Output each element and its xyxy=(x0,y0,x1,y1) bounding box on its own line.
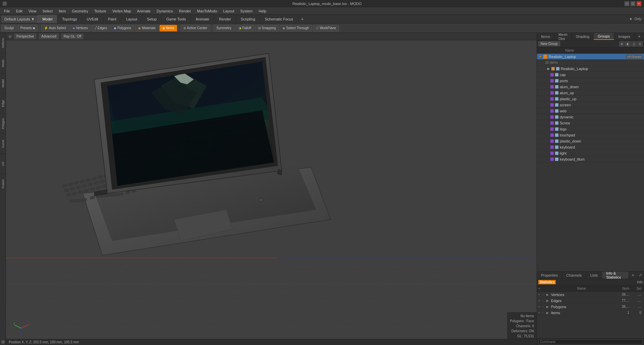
menu-system[interactable]: System xyxy=(238,8,255,14)
tree-item-alum-down[interactable]: alum_down xyxy=(537,84,644,90)
tab-topology[interactable]: Topology xyxy=(57,15,82,23)
tab-schematic[interactable]: Schematic Focus xyxy=(260,15,298,23)
stat-row-vertices[interactable]: + - ▶ Vertices 39.... .... xyxy=(537,292,644,298)
default-layouts-dropdown[interactable]: Default Layouts ▼ xyxy=(1,16,38,22)
tree-item-light[interactable]: light xyxy=(537,150,644,156)
menu-help[interactable]: Help xyxy=(256,8,269,14)
rp-tab-groups[interactable]: Groups xyxy=(594,33,614,40)
action-center-button[interactable]: ⊕ Action Center xyxy=(180,25,210,32)
tree-item-legs[interactable]: legs xyxy=(537,126,644,132)
tree-item-plastic-down[interactable]: plastic_down xyxy=(537,138,644,144)
groups-icon-4[interactable]: ⊟ xyxy=(637,41,643,47)
perspective-btn[interactable]: Perspective xyxy=(14,34,36,39)
tree-item-root[interactable]: ▼ Realistic_Laptop All Groups xyxy=(537,54,644,60)
tree-item-keyboard-illum[interactable]: keyboard_illum xyxy=(537,156,644,162)
vertices-button[interactable]: ● Vertices xyxy=(70,25,91,32)
sidebar-tab-polygon[interactable]: Polygon xyxy=(0,113,6,133)
sidebar-tab-model[interactable]: Model xyxy=(0,73,6,93)
rp-tab-items[interactable]: Items xyxy=(537,33,554,40)
tab-model[interactable]: Model xyxy=(38,15,57,23)
advanced-btn[interactable]: Advanced xyxy=(39,34,58,39)
sidebar-tab-curve[interactable]: Curve xyxy=(0,133,6,154)
tree-item-screw[interactable]: Screw xyxy=(537,120,644,126)
viewport-menu-btn[interactable] xyxy=(9,35,11,38)
tab-game-tools[interactable]: Game Tools xyxy=(162,15,191,23)
groups-tree[interactable]: ▼ Realistic_Laptop All Groups 16 Items ▶… xyxy=(537,54,644,271)
groups-icon-3[interactable]: ◫ xyxy=(631,41,637,47)
sidebar-tab-edge[interactable]: Edge xyxy=(0,93,6,113)
bp-tab-lists[interactable]: Lists xyxy=(586,272,602,279)
sidebar-tab-deform[interactable]: Deform xyxy=(0,33,6,53)
tab-render[interactable]: Render xyxy=(214,15,236,23)
groups-icon-1[interactable]: ⊞ xyxy=(619,41,625,47)
ray-gl-btn[interactable]: Ray GL: Off xyxy=(61,34,84,39)
tree-item-alum-up[interactable]: alum_up xyxy=(537,90,644,96)
select-through-button[interactable]: ◈ Select Through xyxy=(280,25,312,32)
add-tab-button[interactable]: + xyxy=(298,15,306,23)
tree-item-web[interactable]: web xyxy=(537,108,644,114)
menu-file[interactable]: File xyxy=(1,8,13,14)
rp-tab-shading[interactable]: Shading xyxy=(572,33,594,40)
command-input[interactable] xyxy=(538,339,643,344)
polygons-button[interactable]: ◆ Polygons xyxy=(111,25,134,32)
tree-item-screen[interactable]: screen xyxy=(537,102,644,108)
bp-add-tab-btn[interactable]: + xyxy=(629,272,637,279)
tree-item-dynamic[interactable]: dynamic xyxy=(537,114,644,120)
groups-icon-2[interactable]: ◧ xyxy=(625,41,631,47)
close-button[interactable]: ✕ xyxy=(637,1,641,6)
sculpt-button[interactable]: Sculpt xyxy=(1,25,17,32)
window-controls[interactable]: ─ □ ✕ xyxy=(625,1,641,6)
bp-expand-btn[interactable]: ⤢ xyxy=(637,272,644,278)
tree-item-realistic-laptop[interactable]: ▶ Realistic_Laptop xyxy=(537,66,644,72)
workplane-button[interactable]: ⬡ WorkPlane xyxy=(313,25,339,32)
menu-render[interactable]: Render xyxy=(176,8,194,14)
tab-scripting[interactable]: Scripting xyxy=(236,15,260,23)
menu-layout[interactable]: Layout xyxy=(220,8,237,14)
menu-texture[interactable]: Texture xyxy=(92,8,109,14)
stat-row-items[interactable]: + - ▶ Items 1 0 xyxy=(537,310,644,316)
maximize-button[interactable]: □ xyxy=(631,1,635,6)
tree-item-keyboard[interactable]: keyboard xyxy=(537,144,644,150)
menu-view[interactable]: View xyxy=(26,8,39,14)
sidebar-tab-uv[interactable]: UV xyxy=(0,154,6,174)
stat-row-edges[interactable]: + - ▶ Edges 77.... .... xyxy=(537,298,644,304)
menu-geometry[interactable]: Geometry xyxy=(69,8,91,14)
tree-item-plastic-up[interactable]: plastic_up xyxy=(537,96,644,102)
rp-tab-images[interactable]: Images xyxy=(614,33,635,40)
tree-item-cap[interactable]: cap xyxy=(537,72,644,78)
tab-animate[interactable]: Animate xyxy=(191,15,214,23)
tab-uvedit[interactable]: UVEdit xyxy=(82,15,103,23)
tab-paint[interactable]: Paint xyxy=(103,15,121,23)
sidebar-tab-fusion[interactable]: Fusion xyxy=(0,174,6,194)
menu-item[interactable]: Item xyxy=(56,8,68,14)
symmetry-button[interactable]: Symmetry xyxy=(213,25,235,32)
viewport[interactable]: Perspective Advanced Ray GL: Off ⊡ ↺ 🔍 ⚙… xyxy=(6,33,537,345)
tree-item-touchpad[interactable]: touchpad xyxy=(537,132,644,138)
sidebar-tab-modo[interactable]: Modo xyxy=(0,53,6,73)
items-button[interactable]: ◈ Items xyxy=(159,25,177,32)
tree-item-ports[interactable]: ports xyxy=(537,78,644,84)
tab-setup[interactable]: Setup xyxy=(142,15,162,23)
rp-tab-mesh-ops[interactable]: Mesh Ops xyxy=(554,33,572,40)
bp-tab-info-stats[interactable]: Info & Statistics xyxy=(602,272,629,279)
minimize-button[interactable]: ─ xyxy=(625,1,629,6)
menu-maxtomodo[interactable]: MaxToModo xyxy=(194,8,220,14)
materials-button[interactable]: ◉ Materials xyxy=(135,25,159,32)
menu-animate[interactable]: Animate xyxy=(134,8,153,14)
new-group-btn[interactable]: New Group xyxy=(538,41,560,46)
snapping-button[interactable]: ⊞ Snapping xyxy=(255,25,279,32)
presets-button[interactable]: Presets ■ xyxy=(17,25,38,32)
menu-select[interactable]: Select xyxy=(40,8,55,14)
menu-dynamics[interactable]: Dynamics xyxy=(154,8,176,14)
menu-vertex-map[interactable]: Vertex Map xyxy=(110,8,134,14)
statistics-btn[interactable]: Statistics xyxy=(538,280,556,284)
rp-add-tab-btn[interactable]: + xyxy=(635,33,643,40)
menu-edit[interactable]: Edit xyxy=(13,8,25,14)
stat-row-polygons[interactable]: + - ▶ Polygons 38.... .... xyxy=(537,304,644,310)
viewport-canvas[interactable]: ⊙ xyxy=(6,40,537,345)
falloff-button[interactable]: ◑ Falloff xyxy=(235,25,254,32)
auto-select-button[interactable]: ⚡ Auto Select xyxy=(41,25,69,32)
edges-button[interactable]: ╱ Edges xyxy=(92,25,110,32)
sidebar-dot[interactable] xyxy=(0,339,6,345)
bp-tab-channels[interactable]: Channels xyxy=(562,272,586,279)
